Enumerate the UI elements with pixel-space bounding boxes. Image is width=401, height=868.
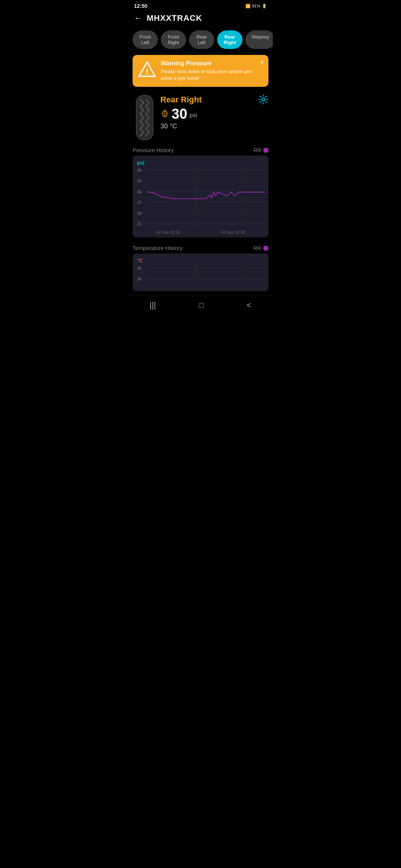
status-time: 12:50 [134, 3, 147, 9]
timestamp-1: 04 Sep 02:50 [156, 230, 180, 234]
temperature-chart: °C 40 36 [133, 253, 268, 291]
tab-front-right[interactable]: FrontRight [161, 30, 186, 49]
pressure-unit: psi [189, 112, 197, 119]
svg-rect-1 [136, 95, 153, 140]
pressure-chart-area: 36 33 30 27 24 21 [136, 167, 265, 228]
pressure-icon [160, 109, 169, 119]
pressure-legend: RR [254, 147, 268, 153]
back-button[interactable]: ← [134, 13, 142, 23]
warning-body: Please slow down or stop your vehicle an… [161, 68, 263, 82]
tyre-data: Rear Right 30 psi 30 °C [160, 93, 268, 130]
tab-stepney[interactable]: Stepney [245, 30, 273, 49]
pressure-chart-unit: psi [136, 160, 265, 166]
svg-text:36: 36 [137, 277, 141, 281]
back-nav-button[interactable]: < [247, 300, 251, 310]
home-button[interactable]: □ [199, 300, 204, 310]
svg-text:21: 21 [137, 222, 141, 226]
tyre-image [133, 93, 157, 142]
temperature-legend-label: RR [254, 245, 261, 251]
menu-button[interactable]: ||| [150, 300, 156, 310]
svg-text:27: 27 [137, 201, 141, 205]
tyre-info-card: Rear Right 30 psi 30 °C [128, 90, 273, 144]
svg-text:33: 33 [137, 180, 141, 184]
tab-bar: FrontLeft FrontRight RearLeft RearRight … [128, 27, 273, 53]
svg-text:!: ! [146, 67, 148, 76]
warning-close-button[interactable]: × [260, 59, 264, 66]
temperature-history-header: Temperature History RR [128, 242, 273, 253]
pressure-chart: psi 36 33 30 27 24 21 04 Sep 02:50 [133, 155, 268, 237]
app-title: MHXXTRACK [147, 13, 202, 23]
bottom-nav: ||| □ < [128, 296, 273, 316]
svg-text:30: 30 [137, 190, 141, 194]
pressure-history-title: Pressure History [133, 147, 174, 153]
temperature-legend-dot [263, 246, 268, 251]
warning-icon: ! [138, 60, 156, 79]
signal-icon: 📶 [245, 4, 251, 9]
svg-text:36: 36 [137, 169, 141, 173]
warning-title: Warning Pressure [161, 60, 263, 67]
tab-front-left[interactable]: FrontLeft [133, 30, 158, 49]
pressure-legend-label: RR [254, 147, 261, 153]
pressure-history-header: Pressure History RR [128, 144, 273, 155]
tab-rear-right[interactable]: RearRight [217, 30, 242, 49]
temperature-chart-unit: °C [136, 258, 265, 264]
temperature-history-title: Temperature History [133, 245, 183, 251]
battery-text: 81% [252, 4, 260, 8]
tab-rear-left[interactable]: RearLeft [189, 30, 214, 49]
svg-text:40: 40 [137, 266, 141, 270]
temperature-value: 30 °C [160, 122, 268, 130]
header: ← MHXXTRACK [128, 10, 273, 27]
pressure-timestamps: 04 Sep 02:50 04 Sep 19:30 [136, 230, 265, 234]
svg-point-25 [262, 98, 265, 101]
warning-text: Warning Pressure Please slow down or sto… [161, 60, 263, 82]
status-icons: 📶 81% 🔋 [245, 4, 267, 9]
pressure-chart-svg: 36 33 30 27 24 21 [136, 167, 265, 228]
timestamp-2: 04 Sep 19:30 [221, 230, 245, 234]
temperature-chart-area: 40 36 [136, 265, 265, 288]
tyre-name: Rear Right [160, 95, 268, 105]
temperature-legend: RR [254, 245, 268, 251]
svg-text:24: 24 [137, 211, 141, 216]
warning-banner: ! Warning Pressure Please slow down or s… [133, 55, 268, 87]
pressure-value: 30 [172, 107, 187, 121]
temperature-chart-svg: 40 36 [136, 265, 265, 288]
pressure-legend-dot [263, 148, 268, 153]
status-bar: 12:50 📶 81% 🔋 [128, 0, 273, 10]
battery-icon: 🔋 [262, 4, 267, 9]
settings-icon[interactable] [258, 94, 268, 107]
pressure-row: 30 psi [160, 107, 268, 121]
